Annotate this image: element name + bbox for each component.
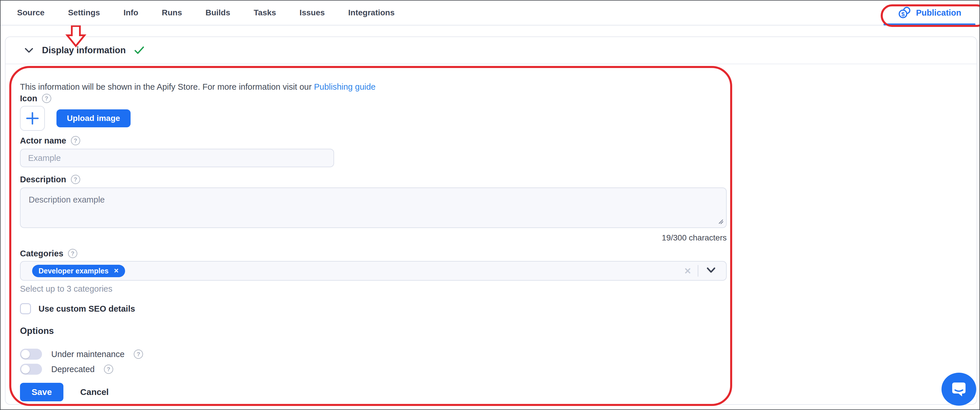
caret-down-icon[interactable] [705, 267, 717, 275]
chat-icon [950, 381, 968, 397]
category-tag[interactable]: Developer examples ✕ [32, 265, 125, 277]
tab-issues[interactable]: Issues [300, 8, 325, 17]
categories-label: Categories [20, 249, 64, 258]
character-counter: 19/300 characters [20, 233, 727, 243]
seo-checkbox-row: Use custom SEO details [20, 303, 962, 315]
description-textarea-wrap: Description example [20, 188, 727, 229]
cancel-button[interactable]: Cancel [80, 387, 108, 397]
deprecated-label: Deprecated [51, 365, 95, 374]
tag-remove-icon[interactable]: ✕ [114, 267, 119, 274]
icon-field-label: Icon [20, 94, 37, 103]
icon-field-label-row: Icon ? [20, 93, 962, 103]
category-tag-label: Developer examples [38, 267, 108, 275]
section-title: Display information [42, 45, 126, 56]
help-icon[interactable]: ? [71, 136, 80, 145]
description-textarea[interactable]: Description example [20, 188, 727, 228]
help-icon[interactable]: ? [134, 350, 143, 359]
tab-bar: Source Settings Info Runs Builds Tasks I… [1, 1, 979, 25]
display-information-header[interactable]: Display information [5, 37, 977, 64]
chat-launcher-button[interactable] [942, 373, 976, 406]
save-button[interactable]: Save [20, 383, 64, 401]
clear-selection-icon[interactable]: ✕ [684, 266, 691, 276]
display-information-form: This information will be shown in the Ap… [5, 64, 977, 402]
chevron-down-icon [25, 48, 33, 53]
intro-text: This information will be shown in the Ap… [20, 82, 962, 92]
intro-text-static: This information will be shown in the Ap… [20, 82, 314, 91]
help-icon[interactable]: ? [104, 365, 113, 374]
tab-publication-label: Publication [916, 8, 961, 17]
form-actions: Save Cancel [20, 383, 962, 402]
publishing-guide-link[interactable]: Publishing guide [314, 82, 375, 91]
check-icon [134, 46, 144, 54]
help-icon[interactable]: ? [68, 249, 77, 258]
under-maintenance-row: Under maintenance ? [20, 348, 962, 360]
actor-name-input[interactable] [20, 149, 334, 167]
resize-handle-icon[interactable] [717, 218, 724, 226]
select-divider [698, 265, 698, 277]
seo-checkbox-label: Use custom SEO details [38, 304, 135, 314]
deprecated-row: Deprecated ? [20, 364, 962, 375]
seo-checkbox[interactable] [20, 303, 31, 314]
upload-image-button[interactable]: Upload image [56, 110, 130, 127]
tab-info[interactable]: Info [123, 8, 138, 17]
categories-label-row: Categories ? [20, 248, 962, 259]
description-label-row: Description ? [20, 174, 962, 184]
plus-icon [26, 112, 39, 125]
under-maintenance-toggle[interactable] [20, 349, 42, 360]
categories-helper-text: Select up to 3 categories [20, 284, 962, 294]
svg-text:$: $ [901, 11, 905, 17]
tab-list: Source Settings Info Runs Builds Tasks I… [1, 8, 395, 17]
description-label: Description [20, 175, 66, 184]
options-heading: Options [20, 326, 962, 337]
tab-runs[interactable]: Runs [162, 8, 182, 17]
help-icon[interactable]: ? [71, 175, 80, 184]
deprecated-toggle[interactable] [20, 364, 42, 375]
tab-source[interactable]: Source [17, 8, 45, 17]
categories-select[interactable]: Developer examples ✕ ✕ [20, 261, 727, 281]
icon-placeholder-button[interactable] [20, 106, 45, 131]
icon-upload-row: Upload image [20, 106, 962, 131]
tab-settings[interactable]: Settings [68, 8, 100, 17]
help-icon[interactable]: ? [42, 94, 51, 103]
publication-settings-page: { "tabs": { "items": ["Source", "Setting… [0, 0, 980, 410]
tab-publication[interactable]: $ Publication [898, 1, 961, 25]
tab-builds[interactable]: Builds [205, 8, 231, 17]
tab-integrations[interactable]: Integrations [348, 8, 395, 17]
actor-name-label-row: Actor name ? [20, 135, 962, 146]
active-tab-underline [884, 24, 975, 25]
actor-name-label: Actor name [20, 136, 66, 146]
coins-icon: $ [898, 6, 912, 19]
toggle-knob [21, 365, 30, 373]
under-maintenance-label: Under maintenance [51, 350, 124, 359]
toggle-knob [21, 350, 30, 359]
display-information-card: Display information This information wil… [5, 37, 977, 405]
tab-tasks[interactable]: Tasks [254, 8, 276, 17]
